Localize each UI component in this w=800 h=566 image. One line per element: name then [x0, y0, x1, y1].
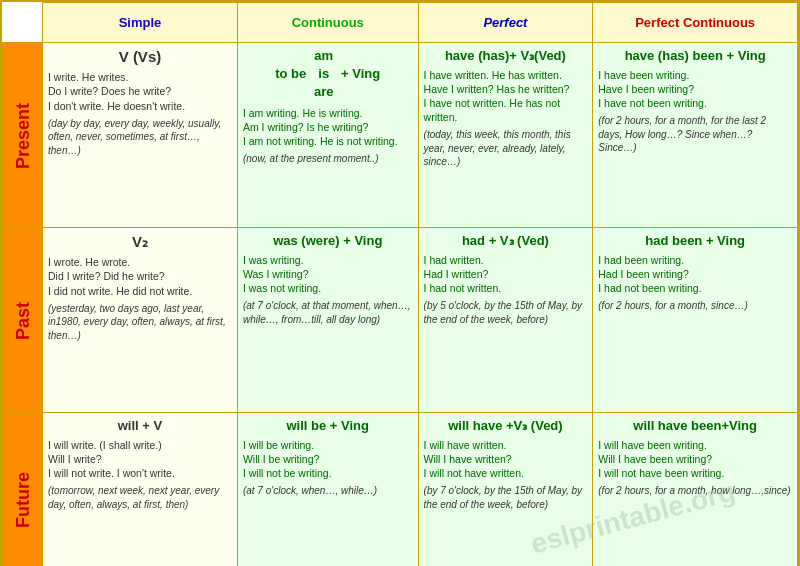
formula-future-continuous: will be + Ving: [243, 417, 413, 435]
examples-present-simple: I write. He writes.Do I write? Does he w…: [48, 70, 232, 113]
formula-past-simple: V₂: [48, 232, 232, 252]
label-present: Present: [3, 43, 43, 228]
cell-past-perfect: had + V₃ (Ved) I had written.Had I writt…: [418, 228, 593, 413]
examples-future-perfect: I will have written.Will I have written?…: [424, 438, 588, 481]
time-past-continuous: (at 7 o'clock, at that moment, when…, wh…: [243, 299, 413, 326]
cell-present-perfect: have (has)+ V₃(Ved) I have written. He h…: [418, 43, 593, 228]
header-simple: Simple: [43, 3, 238, 43]
cell-past-continuous: was (were) + Ving I was writing.Was I wr…: [237, 228, 418, 413]
cell-present-continuous: to be amisare + Ving I am writing. He is…: [237, 43, 418, 228]
examples-future-continuous: I will be writing.Will I be writing?I wi…: [243, 438, 413, 481]
examples-past-continuous: I was writing.Was I writing?I was not wr…: [243, 253, 413, 296]
header-blank: [3, 3, 43, 43]
cell-past-perf-cont: had been + Ving I had been writing.Had I…: [593, 228, 798, 413]
formula-future-perfect: will have +V₃ (Ved): [424, 417, 588, 435]
row-past: Past V₂ I wrote. He wrote.Did I write? D…: [3, 228, 798, 413]
time-future-perfect: (by 7 o'clock, by the 15th of May, by th…: [424, 484, 588, 511]
time-present-perf-cont: (for 2 hours, for a month, for the last …: [598, 114, 792, 155]
examples-future-simple: I will write. (I shall write.)Will I wri…: [48, 438, 232, 481]
time-past-perfect: (by 5 o'clock, by the 15th of May, by th…: [424, 299, 588, 326]
formula-present-continuous: to be amisare + Ving: [243, 47, 413, 102]
examples-present-perfect: I have written. He has written.Have I wr…: [424, 68, 588, 125]
formula-past-perf-cont: had been + Ving: [598, 232, 792, 250]
cell-present-simple: V (Vs) I write. He writes.Do I write? Do…: [43, 43, 238, 228]
examples-past-perfect: I had written.Had I written?I had not wr…: [424, 253, 588, 296]
time-future-perf-cont: (for 2 hours, for a month, how long…,sin…: [598, 484, 792, 498]
formula-past-perfect: had + V₃ (Ved): [424, 232, 588, 250]
cell-future-perf-cont: will have been+Ving I will have been wri…: [593, 413, 798, 567]
header-continuous: Continuous: [237, 3, 418, 43]
header-perfect: Perfect: [418, 3, 593, 43]
time-past-perf-cont: (for 2 hours, for a month, since…): [598, 299, 792, 313]
row-future: Future will + V I will write. (I shall w…: [3, 413, 798, 567]
header-perfect-continuous: Perfect Continuous: [593, 3, 798, 43]
row-present: Present V (Vs) I write. He writes.Do I w…: [3, 43, 798, 228]
formula-present-perfect: have (has)+ V₃(Ved): [424, 47, 588, 65]
label-past: Past: [3, 228, 43, 413]
formula-future-simple: will + V: [48, 417, 232, 435]
examples-past-simple: I wrote. He wrote.Did I write? Did he wr…: [48, 255, 232, 298]
examples-past-perf-cont: I had been writing.Had I been writing?I …: [598, 253, 792, 296]
time-future-simple: (tomorrow, next week, next year, every d…: [48, 484, 232, 511]
cell-future-continuous: will be + Ving I will be writing.Will I …: [237, 413, 418, 567]
time-future-continuous: (at 7 o'clock, when…, while…): [243, 484, 413, 498]
formula-past-continuous: was (were) + Ving: [243, 232, 413, 250]
cell-future-simple: will + V I will write. (I shall write.)W…: [43, 413, 238, 567]
time-present-simple: (day by day, every day, weekly, usually,…: [48, 117, 232, 158]
examples-future-perf-cont: I will have been writing.Will I have bee…: [598, 438, 792, 481]
formula-present-simple: V (Vs): [48, 47, 232, 67]
cell-past-simple: V₂ I wrote. He wrote.Did I write? Did he…: [43, 228, 238, 413]
examples-present-continuous: I am writing. He is writing.Am I writing…: [243, 106, 413, 149]
formula-future-perf-cont: will have been+Ving: [598, 417, 792, 435]
time-present-continuous: (now, at the present moment..): [243, 152, 413, 166]
examples-present-perf-cont: I have been writing.Have I been writing?…: [598, 68, 792, 111]
time-past-simple: (yesterday, two days ago, last year, in1…: [48, 302, 232, 343]
formula-present-perf-cont: have (has) been + Ving: [598, 47, 792, 65]
cell-present-perf-cont: have (has) been + Ving I have been writi…: [593, 43, 798, 228]
time-present-perfect: (today, this week, this month, this year…: [424, 128, 588, 169]
label-future: Future: [3, 413, 43, 567]
cell-future-perfect: will have +V₃ (Ved) I will have written.…: [418, 413, 593, 567]
